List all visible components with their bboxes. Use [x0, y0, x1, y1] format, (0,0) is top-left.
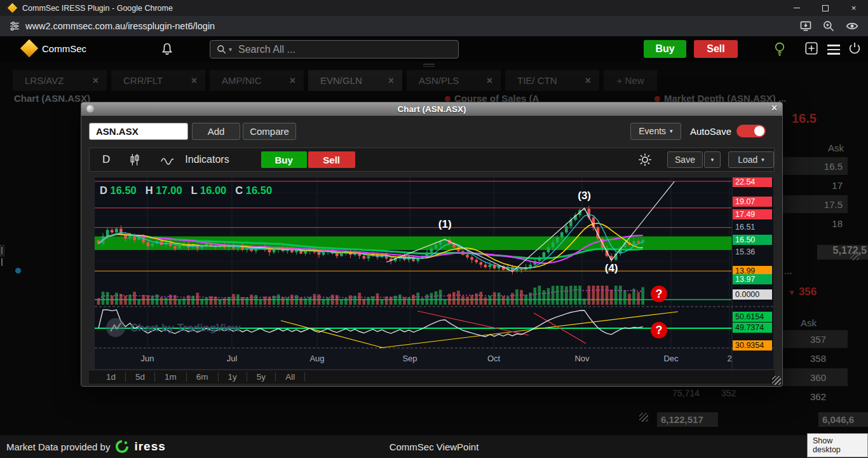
- svg-text:30.9354: 30.9354: [735, 341, 764, 350]
- svg-text:?: ?: [656, 288, 663, 300]
- load-dropdown[interactable]: Load▾: [728, 151, 774, 168]
- svg-text:13.99: 13.99: [735, 267, 755, 275]
- header-sell-button[interactable]: Sell: [694, 40, 738, 58]
- minimize-button[interactable]: [782, 0, 811, 16]
- maximize-button[interactable]: [811, 0, 839, 16]
- range-button-6m[interactable]: 6m: [187, 372, 219, 382]
- chart-sell-button[interactable]: Sell: [308, 151, 355, 168]
- svg-text:50.6154: 50.6154: [735, 312, 764, 321]
- search-scope-caret-icon[interactable]: ▾: [229, 46, 232, 53]
- search-icon: [217, 45, 226, 54]
- notifications-bell-icon[interactable]: [160, 41, 174, 57]
- chart-toolbar: D Indicators Buy Sell: [89, 148, 775, 172]
- save-options-caret[interactable]: ▾: [704, 151, 721, 168]
- svg-text:15.36: 15.36: [735, 247, 755, 256]
- svg-text:16.50: 16.50: [735, 235, 755, 244]
- save-button[interactable]: Save: [667, 151, 703, 168]
- svg-text:(3): (3): [578, 190, 591, 202]
- zoom-icon[interactable]: [822, 20, 835, 32]
- svg-text:Jun: Jun: [141, 354, 154, 363]
- svg-text:Dec: Dec: [663, 354, 679, 363]
- chevron-down-icon: ▾: [670, 128, 673, 134]
- viewpoint-label: CommSec ViewPoint: [0, 441, 868, 452]
- svg-text:Chart by TradingView: Chart by TradingView: [130, 322, 241, 334]
- modal-titlebar[interactable]: Chart (ASN.ASX) ×: [81, 102, 782, 116]
- show-desktop-tooltip: Show desktop: [807, 433, 868, 457]
- autosave-label: AutoSave: [690, 126, 731, 137]
- modal-close-icon[interactable]: ×: [771, 102, 777, 114]
- unknown-indicator-icon: ?: [651, 286, 667, 302]
- svg-text:(1): (1): [438, 218, 452, 230]
- price-chart[interactable]: (1)(3)(4)Chart by TradingView??22.5419.0…: [95, 177, 773, 369]
- status-bar: Market Data provided by iress CommSec Vi…: [0, 435, 868, 458]
- compare-button[interactable]: Compare: [243, 123, 296, 140]
- chart-area[interactable]: (1)(3)(4)Chart by TradingView??22.5419.0…: [94, 177, 773, 368]
- commsec-favicon: [8, 3, 18, 13]
- tune-icon[interactable]: [9, 20, 20, 32]
- workspace: LRS/AVZ×CRR/FLT×AMP/NIC×EVN/GLN×ASN/PLS×…: [0, 62, 868, 435]
- browser-urlbar: www2.commsec.com.au/iressplugin-net6/log…: [0, 16, 868, 36]
- range-button-1d[interactable]: 1d: [97, 372, 126, 382]
- interval-button[interactable]: D: [102, 153, 110, 166]
- line-tools-icon[interactable]: [161, 155, 175, 165]
- global-search[interactable]: ▾ Search All ...: [210, 40, 459, 59]
- autosave-toggle[interactable]: [736, 125, 766, 137]
- chart-buy-button[interactable]: Buy: [261, 151, 307, 168]
- header-buy-button[interactable]: Buy: [644, 40, 686, 58]
- unknown-indicator-icon: ?: [651, 322, 667, 338]
- svg-text:Aug: Aug: [309, 354, 324, 363]
- symbol-input[interactable]: ASN.ASX: [89, 123, 188, 140]
- svg-text:13.97: 13.97: [735, 275, 755, 284]
- svg-text:0.0000: 0.0000: [735, 290, 759, 299]
- url-text[interactable]: www2.commsec.com.au/iressplugin-net6/log…: [25, 21, 215, 31]
- range-button-All[interactable]: All: [276, 372, 305, 382]
- svg-text:(4): (4): [605, 262, 618, 274]
- candlestick-style-icon[interactable]: [129, 153, 140, 166]
- range-selector: 1d5d1m6m1y5yAll: [89, 370, 775, 384]
- svg-text:Oct: Oct: [487, 354, 501, 363]
- events-dropdown[interactable]: Events▾: [630, 123, 681, 140]
- install-app-icon[interactable]: [799, 20, 812, 32]
- search-placeholder[interactable]: Search All ...: [238, 44, 295, 55]
- chart-modal: Chart (ASN.ASX) × ASN.ASX Add Compare Ev…: [81, 102, 783, 387]
- ideas-lightbulb-icon[interactable]: [773, 41, 786, 58]
- chevron-down-icon: ▾: [761, 156, 764, 163]
- svg-text:?: ?: [656, 324, 663, 337]
- svg-text:Jul: Jul: [227, 354, 238, 363]
- range-button-1m[interactable]: 1m: [155, 372, 187, 382]
- modal-title: Chart (ASN.ASX): [397, 104, 466, 114]
- svg-text:Sep: Sep: [402, 354, 417, 363]
- add-panel-icon[interactable]: [804, 41, 818, 55]
- window-title: CommSec IRESS Plugin - Google Chrome: [22, 4, 173, 13]
- svg-text:Nov: Nov: [574, 354, 590, 363]
- commsec-logo: [20, 39, 38, 57]
- window-close-button[interactable]: ×: [839, 0, 868, 16]
- settings-gear-icon[interactable]: [638, 153, 652, 167]
- svg-text:49.7374: 49.7374: [735, 323, 764, 332]
- range-button-5d[interactable]: 5d: [126, 372, 155, 382]
- logout-power-icon[interactable]: [848, 41, 862, 55]
- range-button-1y[interactable]: 1y: [219, 372, 247, 382]
- brand-name: CommSec: [42, 43, 86, 54]
- range-button-5y[interactable]: 5y: [247, 372, 276, 382]
- menu-icon[interactable]: [827, 42, 840, 57]
- svg-text:17.49: 17.49: [735, 210, 755, 219]
- app-header: CommSec ▾ Search All ... Buy Sell: [0, 36, 868, 62]
- eye-icon[interactable]: [845, 20, 859, 32]
- window-titlebar: CommSec IRESS Plugin - Google Chrome ×: [0, 0, 868, 16]
- svg-text:22.54: 22.54: [735, 177, 755, 186]
- indicators-button[interactable]: Indicators: [185, 154, 229, 165]
- modal-drag-dot[interactable]: [86, 105, 94, 113]
- svg-text:19.07: 19.07: [735, 197, 755, 206]
- modal-resize-grip[interactable]: [772, 376, 781, 385]
- svg-text:16.51: 16.51: [735, 223, 755, 232]
- add-button[interactable]: Add: [192, 123, 240, 140]
- svg-text:2: 2: [727, 354, 731, 363]
